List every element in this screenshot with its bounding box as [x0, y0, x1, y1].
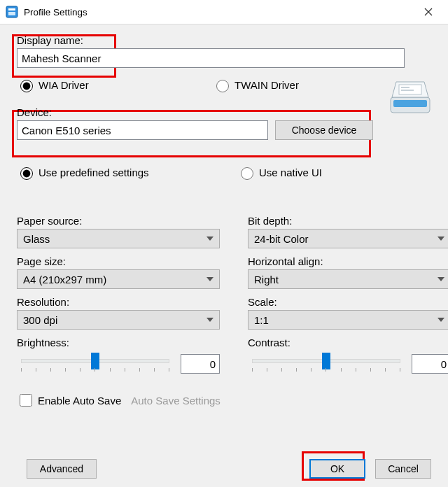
scan-app-icon: [6, 6, 18, 18]
brightness-value-input[interactable]: [181, 354, 220, 374]
chevron-down-icon: [206, 318, 214, 322]
contrast-slider[interactable]: [248, 353, 405, 375]
paper-source-label: Paper source:: [17, 215, 220, 227]
cancel-button[interactable]: Cancel: [375, 459, 431, 479]
close-button[interactable]: [413, 1, 444, 23]
radio-native-ui[interactable]: Use native UI: [237, 165, 322, 180]
page-size-combo[interactable]: A4 (210x297 mm): [17, 269, 220, 289]
choose-device-button[interactable]: Choose device: [275, 120, 373, 140]
horiz-align-label: Horizontal align:: [248, 255, 448, 267]
auto-save-settings-link: Auto Save Settings: [131, 395, 220, 407]
enable-auto-save-label: Enable Auto Save: [38, 395, 121, 407]
advanced-button[interactable]: Advanced: [27, 459, 97, 479]
chevron-down-icon: [438, 237, 444, 241]
brightness-slider[interactable]: [17, 353, 174, 375]
radio-twain-driver[interactable]: TWAIN Driver: [213, 78, 299, 92]
close-icon: [424, 8, 433, 16]
scanner-icon: [386, 73, 434, 121]
scale-combo[interactable]: 1:1: [248, 310, 448, 330]
device-label: Device:: [17, 106, 435, 118]
svg-rect-2: [8, 12, 15, 15]
window-title: Profile Settings: [24, 7, 88, 17]
scale-label: Scale:: [248, 296, 448, 308]
bit-depth-combo[interactable]: 24-bit Color: [248, 229, 448, 248]
display-name-label: Display name:: [17, 34, 435, 46]
contrast-value-input[interactable]: [412, 354, 448, 374]
chevron-down-icon: [438, 318, 444, 322]
dialog-footer: Advanced OK Cancel: [0, 459, 448, 479]
horiz-align-combo[interactable]: Right: [248, 269, 448, 289]
radio-wia-label: WIA Driver: [38, 79, 89, 91]
horiz-align-value: Right: [254, 274, 279, 285]
svg-rect-6: [401, 87, 410, 88]
chevron-down-icon: [438, 277, 444, 281]
enable-auto-save-checkbox[interactable]: Enable Auto Save: [17, 392, 121, 409]
bit-depth-label: Bit depth:: [248, 215, 448, 227]
brightness-label: Brightness:: [17, 337, 220, 348]
contrast-label: Contrast:: [248, 337, 448, 348]
page-size-value: A4 (210x297 mm): [23, 274, 106, 285]
resolution-combo[interactable]: 300 dpi: [17, 310, 220, 330]
paper-source-combo[interactable]: Glass: [17, 229, 220, 248]
radio-predefined-label: Use predefined settings: [38, 167, 149, 178]
svg-rect-7: [401, 90, 414, 91]
display-name-input[interactable]: [17, 48, 405, 68]
svg-rect-1: [8, 8, 15, 10]
scale-value: 1:1: [254, 314, 269, 326]
chevron-down-icon: [206, 237, 214, 241]
contrast-thumb[interactable]: [322, 353, 330, 369]
titlebar: Profile Settings: [0, 0, 448, 24]
radio-native-label: Use native UI: [259, 167, 322, 178]
radio-wia-driver[interactable]: WIA Driver: [17, 78, 213, 92]
paper-source-value: Glass: [23, 233, 50, 245]
svg-rect-4: [393, 100, 427, 107]
chevron-down-icon: [206, 277, 214, 281]
radio-twain-label: TWAIN Driver: [234, 79, 299, 91]
radio-predefined-settings[interactable]: Use predefined settings: [17, 165, 237, 180]
page-size-label: Page size:: [17, 255, 220, 267]
ok-button[interactable]: OK: [309, 459, 365, 479]
device-input[interactable]: [17, 120, 268, 140]
brightness-thumb[interactable]: [91, 353, 99, 369]
resolution-label: Resolution:: [17, 296, 220, 308]
resolution-value: 300 dpi: [23, 314, 57, 326]
bit-depth-value: 24-bit Color: [254, 233, 309, 245]
